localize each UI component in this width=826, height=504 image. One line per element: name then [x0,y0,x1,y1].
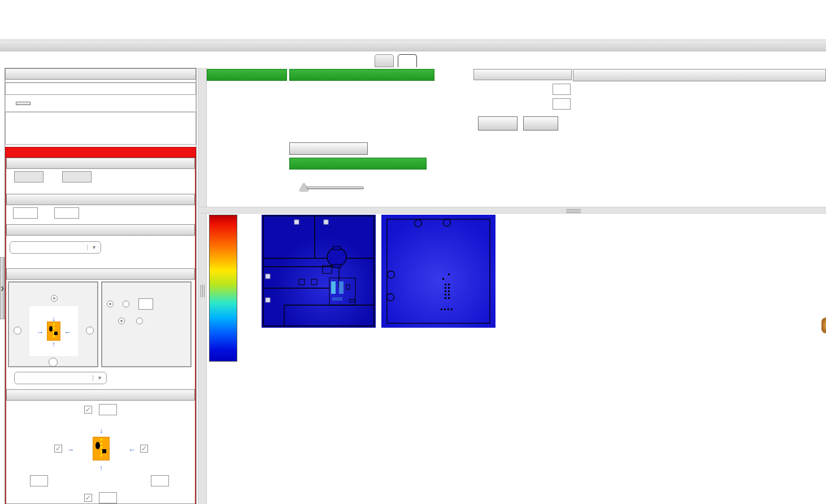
lfm-radio[interactable] [118,318,125,324]
edge1-temp-input[interactable] [99,404,117,415]
edge4-insulated-checkbox[interactable]: ✓ [54,445,62,453]
ambient-top-input[interactable] [54,207,79,219]
comments-textarea[interactable] [5,112,196,145]
horizontal-splitter[interactable] [199,207,826,214]
edge4-temp-input[interactable] [30,475,48,486]
zoom-slider-track[interactable] [303,186,364,189]
right-panel-handle[interactable] [821,318,826,333]
fan-radio[interactable] [107,301,114,307]
edge1-insulated-checkbox[interactable]: ✓ [84,406,92,414]
temperature-bar-scaling-header [473,69,572,80]
top-board-image [262,215,376,328]
velocity-input[interactable] [138,298,153,310]
max-colorbar-temp-input[interactable] [553,98,571,110]
edge3-insulated-checkbox[interactable]: ✓ [84,494,92,502]
ic-chip-icon [47,321,60,341]
ambient-bottom-input[interactable] [13,207,38,219]
arrow-right-icon: → [67,446,74,452]
min-colorbar-temp-input[interactable] [553,84,571,95]
simulation-id-header [5,68,196,80]
tab-current-simulation[interactable] [398,54,417,67]
save-thermal-image-button[interactable] [289,142,368,155]
comments-row [5,95,196,112]
air-flow-body: ↓ → ← ↑ [6,280,195,369]
use-label [102,289,190,290]
board-orientation-row: ▼ [6,369,195,389]
bottom-board-image [381,215,495,328]
zoom-slider-thumb[interactable] [299,183,308,191]
board-condition-body: ▼ [6,236,195,268]
lmm-radio[interactable] [136,318,143,324]
air-flow-velocity-box [101,281,192,367]
create-simulation-default-model-button[interactable] [289,69,434,81]
operating-condition-header [6,158,195,169]
arrow-right-icon: → [36,328,44,334]
reset-button[interactable] [523,116,558,131]
splitter-grip-icon [566,209,581,213]
operating-temperatures-panel [573,69,826,81]
none-radio[interactable] [123,301,129,307]
webench-thermal-app: ▼ ↓ → [0,0,826,504]
copper-weight-dropdown[interactable]: ▼ [10,241,101,254]
edge-temperatures-body: ✓ ↓ ✓ → [6,403,195,504]
zoom-slider-ticks [304,181,364,184]
left-panel-expander[interactable]: ❯ [0,257,5,319]
simulation-name-input[interactable] [5,82,196,95]
vertical-splitter[interactable] [198,68,207,504]
direction-diagram: ↓ → ← ↑ [29,306,78,356]
ic-chip-icon [93,437,110,460]
3d-pcb-viewer-button[interactable] [207,69,287,81]
create-simulation-this-model-button[interactable] [289,158,427,170]
main-toolbar [0,1,826,38]
tab-all-simulations[interactable] [375,54,394,67]
splitter-grip-icon [201,285,205,297]
direction-right-radio[interactable] [86,327,94,334]
ambient-temperature-header [6,194,195,205]
direction-top-radio[interactable] [51,295,58,302]
ambient-temperature-body [6,205,195,224]
thermal-sim-parameters-body: ▼ ↓ → [5,158,196,504]
page-title [0,40,826,51]
velocity-title [102,283,190,284]
arrow-down-icon: ↓ [52,315,56,321]
arrow-left-icon: ← [128,446,136,452]
arrow-up-icon: ↑ [52,341,56,347]
operating-condition-body [6,169,195,194]
simulation-settings-panel: ▼ ↓ → [5,68,197,504]
edge2-insulated-checkbox[interactable]: ✓ [140,445,148,453]
arrow-up-icon: ↑ [99,464,103,471]
iout-input[interactable] [62,171,92,183]
thermal-sim-parameters-header [5,147,196,158]
edge-temperatures-header [6,389,195,401]
change-button[interactable] [478,116,518,131]
edge2-temp-input[interactable] [151,475,169,486]
colorbar-gradient [209,215,237,362]
air-flow-header [6,268,195,280]
edge3-temp-input[interactable] [99,492,117,503]
vin-input[interactable] [14,171,44,183]
simulation-tabs [375,54,417,67]
chevron-down-icon: ▼ [87,245,101,250]
arrow-down-icon: ↓ [99,427,103,433]
chevron-down-icon: ▼ [93,375,106,381]
update-button[interactable] [16,102,31,105]
direction-title [9,283,97,284]
board-condition-header [6,224,195,236]
temperature-bar-scaling-panel [473,69,572,131]
direction-bottom-radio[interactable] [49,358,58,367]
direction-left-radio[interactable] [14,327,21,334]
arrow-left-icon: ← [64,328,71,334]
air-flow-direction-box: ↓ → ← ↑ [8,281,98,367]
board-orientation-dropdown[interactable]: ▼ [14,372,107,384]
operating-temperatures-header [573,69,826,81]
